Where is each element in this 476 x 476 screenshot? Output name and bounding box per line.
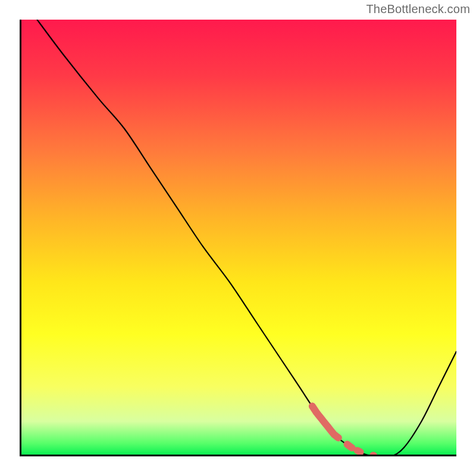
- chart-overlay: [20, 20, 456, 456]
- plot-area: [20, 20, 456, 456]
- bottleneck-curve: [37, 20, 456, 456]
- svg-point-0: [369, 452, 377, 456]
- optimal-zone-highlight: [312, 406, 377, 456]
- attribution-label: TheBottleneck.com: [366, 2, 470, 16]
- chart-container: TheBottleneck.com: [0, 0, 476, 476]
